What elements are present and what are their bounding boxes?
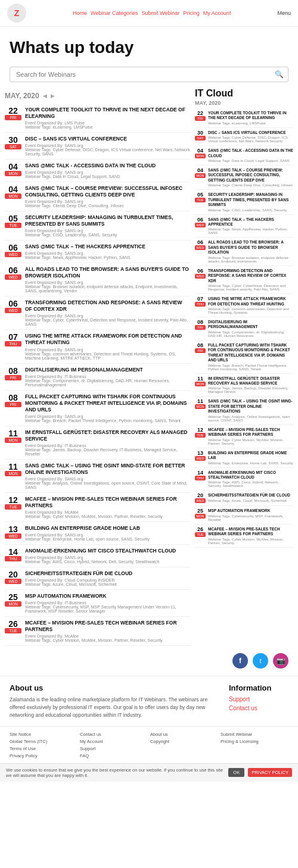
contact-link[interactable]: Contact us — [229, 705, 288, 711]
right-webinar-title[interactable]: SANS @MIC TALK – COURSE PREVIEW: SUCCESS… — [208, 168, 293, 183]
date-number: 05 — [5, 214, 21, 223]
nav-categories[interactable]: Webinar Categories — [91, 10, 138, 16]
right-webinar-info: SANS @MIC TALK – COURSE PREVIEW: SUCCESS… — [208, 168, 293, 187]
prev-arrow[interactable]: ◀ — [43, 93, 47, 99]
date-number: 04 — [5, 185, 21, 193]
date-number: 12 — [5, 496, 21, 504]
webinar-title[interactable]: DIGITALISIERUNG IM PERSONALMANAGEMENT — [25, 367, 190, 373]
nav-pricing[interactable]: Pricing — [183, 10, 200, 16]
right-webinar-title[interactable]: FULL PACKET CAPTURING WITH TSHARK FOR CO… — [208, 343, 293, 363]
contact-us-footer-link[interactable]: Contact us — [80, 732, 148, 737]
right-webinar-info: MSP AUTOMATION FRAMEWORK Webinar Tags: C… — [208, 508, 293, 521]
webinar-title[interactable]: SANS @MIC TALK – COURSE PREVIEW: SUCCESS… — [25, 185, 190, 198]
search-input[interactable] — [10, 67, 288, 82]
date-block: 06 WED — [5, 266, 21, 293]
right-webinar-title[interactable]: ANOMALIE-ERKENNUNG MIT CISCO STEALTHWATC… — [208, 470, 293, 480]
right-webinar-meta: Webinar Tags: James, Backup, Disaster Re… — [208, 386, 293, 394]
twitter-icon[interactable]: t — [253, 653, 268, 669]
webinar-title[interactable]: ALL ROADS LEAD TO THE BROWSER: A SANS BU… — [25, 266, 190, 279]
right-date-block: 08 FRI — [195, 320, 206, 338]
cookie-ok-button[interactable]: OK — [228, 768, 244, 777]
right-webinar-title[interactable]: MCAFEE – MVISION PRE-SALES TECH WEBINAR … — [208, 427, 293, 438]
site-notice-link[interactable]: Site Notice — [10, 732, 77, 737]
faq-footer-link[interactable]: FAQ — [80, 753, 148, 758]
right-webinar-entry: 04 MON SANS @MIC TALK – COURSE PREVIEW: … — [195, 166, 293, 190]
logo[interactable]: Z — [7, 4, 26, 23]
right-webinar-title[interactable]: USING THE MITRE ATT&CK FRAMEWORK FOR DET… — [208, 296, 293, 307]
right-date-number: 11 — [195, 399, 206, 404]
webinar-title[interactable]: FULL PACKET CAPTURING WITH TSHARK FOR CO… — [25, 394, 190, 413]
nav-account[interactable]: My Account — [203, 10, 231, 16]
right-webinar-meta: Webinar Tags: Cyber, Cyberthreat, Detect… — [208, 284, 293, 291]
instagram-icon[interactable]: 📷 — [273, 653, 288, 669]
logo-text: Z — [14, 8, 20, 18]
terms-of-use-link[interactable]: Terms of Use — [10, 746, 77, 751]
webinar-title[interactable]: IM ERNSTFALL GERÜSTET: DISASTER RECOVERY… — [25, 429, 190, 442]
right-webinar-title[interactable]: SANS @MIC TALK – THE HACKERS APPRENTICE — [208, 217, 293, 227]
date-block: 06 WED — [5, 243, 21, 260]
webinar-title[interactable]: USING THE MITRE ATT&CK FRAMEWORK FOR DET… — [25, 333, 190, 346]
date-badge: TUE — [5, 223, 21, 228]
right-date-block: 08 FRI — [195, 343, 206, 371]
menu-button[interactable]: Menu — [277, 10, 291, 16]
webinar-title[interactable]: MCAFEE – MVISION PRE-SALES TECH WEBINAR … — [25, 620, 190, 633]
my-account-footer-link[interactable]: My Account — [80, 739, 148, 744]
right-webinar-title[interactable]: MCAFEE – MVISION PRE-SALES TECH WEBINAR … — [208, 527, 293, 537]
privacy-policy-link[interactable]: Privacy Policy — [10, 753, 77, 758]
webinar-title[interactable]: BUILDING AN ENTERPRISE GRADE HOME LAB — [25, 525, 190, 532]
right-webinar-info: DISC – SANS ICS VIRTUAL CONFERENCE Webin… — [208, 130, 293, 143]
next-arrow[interactable]: ▶ — [51, 93, 55, 99]
webinar-title[interactable]: DISC – SANS ICS VIRTUAL CONFERENCE — [25, 136, 190, 142]
right-webinar-title[interactable]: MSP AUTOMATION FRAMEWORK — [208, 508, 293, 513]
right-webinar-title[interactable]: SANS @MIC TALK - ACCESSING DATA IN THE C… — [208, 148, 293, 158]
right-webinar-title[interactable]: SANS @MIC TALK – USING THE OSINT MIND-ST… — [208, 399, 293, 414]
global-terms-link[interactable]: Global Terms (ITC) — [10, 739, 77, 744]
right-webinar-title[interactable]: BUILDING AN ENTERPRISE GRADE HOME LAB — [208, 451, 293, 461]
date-number: 06 — [5, 299, 21, 308]
right-date-block: 05 TUE — [195, 192, 206, 211]
right-webinar-meta: Webinar Tags: Cyber Mvision, McAfee, Mvi… — [208, 538, 293, 545]
right-webinar-info: ANOMALIE-ERKENNUNG MIT CISCO STEALTHWATC… — [208, 470, 293, 488]
webinar-title[interactable]: SICHERHEITSSTRATEGIEN FÜR DIE CLOUD — [25, 570, 190, 577]
right-webinar-title[interactable]: TRANSFORMING DETECTION AND RESPONSE: A S… — [208, 268, 293, 283]
nav-home[interactable]: Home — [73, 10, 87, 16]
support-footer-link[interactable]: Support — [80, 746, 148, 751]
date-badge: FRI — [5, 115, 21, 120]
right-webinar-title[interactable]: IM ERNSTFALL GERÜSTET: DISASTER RECOVERY… — [208, 376, 293, 386]
webinar-entry: 04 MON SANS @MIC TALK - ACCESSING DATA I… — [5, 160, 190, 182]
right-date-block: 26 TUE — [195, 527, 206, 545]
right-webinar-title[interactable]: SICHERHEITSSTRATEGIEN FÜR DIE CLOUD — [208, 493, 293, 498]
webinar-title[interactable]: YOUR COMPLETE TOOLKIT TO THRIVE IN THE N… — [25, 107, 190, 120]
copyright-footer-link[interactable]: Copyright — [150, 739, 218, 744]
support-link[interactable]: Support — [229, 696, 288, 702]
right-webinar-title[interactable]: DISC – SANS ICS VIRTUAL CONFERENCE — [208, 130, 293, 135]
submit-webinar-footer-link[interactable]: Submit Webinar — [221, 732, 288, 737]
webinar-info: ALL ROADS LEAD TO THE BROWSER: A SANS BU… — [25, 266, 190, 293]
webinar-title[interactable]: SANS @MIC TALK – USING THE OSINT MIND-ST… — [25, 463, 190, 476]
date-badge: TUE — [5, 504, 21, 510]
webinar-title[interactable]: TRANSFORMING DETECTION AND RESPONSE: A S… — [25, 299, 190, 313]
webinar-tags: Webinar Tags: Enterprise, Home Lab, open… — [25, 537, 190, 541]
right-webinar-title[interactable]: DIGITALISIERUNG IM PERSONALMANAGEMENT — [208, 320, 293, 330]
right-webinar-title[interactable]: YOUR COMPLETE TOOLKIT TO THRIVE IN THE N… — [208, 111, 293, 121]
facebook-icon[interactable]: f — [232, 653, 248, 669]
cookie-policy-button[interactable]: PRIVACY POLICY — [248, 768, 292, 777]
webinar-title[interactable]: MCAFEE – MVISION PRE-SALES TECH WEBINAR … — [25, 496, 190, 509]
right-date-number: 13 — [195, 451, 206, 456]
webinar-title[interactable]: SANS @MIC TALK – THE HACKERS APPRENTICE — [25, 243, 190, 250]
nav-submit[interactable]: Submit Webinar — [141, 10, 179, 16]
webinar-title[interactable]: SECURITY LEADERSHIP: MANAGING IN TURBULE… — [25, 214, 190, 227]
right-date-number: 25 — [195, 508, 206, 514]
right-date-badge: TUE — [195, 433, 206, 438]
webinar-title[interactable]: MSP AUTOMATION FRAMEWORK — [25, 593, 190, 600]
right-webinar-title[interactable]: ALL ROADS LEAD TO THE BROWSER: A SANS BU… — [208, 240, 293, 255]
right-webinar-info: SICHERHEITSSTRATEGIEN FÜR DIE CLOUD Webi… — [208, 493, 293, 503]
about-us-footer-link[interactable]: About us — [150, 732, 218, 737]
right-webinar-title[interactable]: SECURITY LEADERSHIP: MANAGING IN TURBULE… — [208, 192, 293, 207]
webinar-title[interactable]: SANS @MIC TALK - ACCESSING DATA IN THE C… — [25, 163, 190, 169]
webinar-title[interactable]: ANOMALIE-ERKENNUNG MIT CISCO STEALTHWATC… — [25, 548, 190, 554]
date-number: 14 — [5, 548, 21, 556]
right-date-badge: THU — [195, 302, 206, 307]
pricing-footer-link[interactable]: Pricing & Licensing — [221, 739, 288, 744]
date-number: 20 — [5, 570, 21, 579]
